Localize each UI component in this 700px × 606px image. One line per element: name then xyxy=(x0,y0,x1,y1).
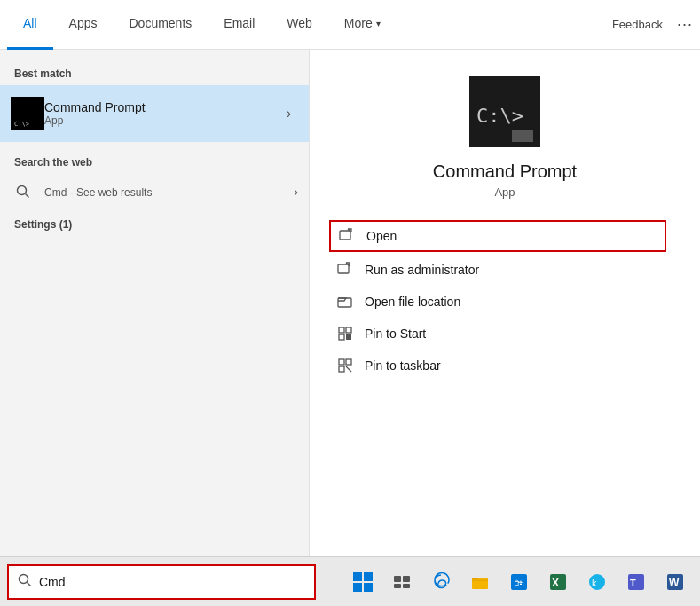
best-match-label: Best match xyxy=(0,60,309,85)
nav-right: Feedback ··· xyxy=(612,15,693,34)
search-box[interactable]: Cmd xyxy=(7,564,316,600)
svg-rect-6 xyxy=(338,264,349,273)
web-search-text: Cmd - See web results xyxy=(44,185,152,199)
pin-taskbar-label: Pin to taskbar xyxy=(365,358,441,373)
kodi-icon: k xyxy=(587,572,607,592)
best-match-item[interactable]: Command Prompt App › xyxy=(0,85,309,142)
svg-rect-11 xyxy=(339,334,344,340)
tab-all[interactable]: All xyxy=(7,0,53,50)
excel-icon: X xyxy=(548,572,568,592)
chevron-down-icon: ▾ xyxy=(376,19,381,28)
more-options-button[interactable]: ··· xyxy=(677,15,693,34)
explorer-icon xyxy=(470,572,490,592)
pin-start-action-item[interactable]: Pin to Start xyxy=(336,318,673,350)
best-match-subtitle: App xyxy=(44,114,279,127)
folder-icon xyxy=(336,293,354,311)
web-search-icon xyxy=(11,179,35,204)
web-section-label: Search the web xyxy=(0,149,309,172)
pin-start-icon xyxy=(336,325,354,342)
taskbar-windows-button[interactable] xyxy=(345,564,381,600)
task-view-icon xyxy=(392,572,412,592)
taskbar-icons: 🛍 X k T W xyxy=(345,564,700,600)
tab-apps[interactable]: Apps xyxy=(53,0,114,50)
web-search-item[interactable]: Cmd - See web results › xyxy=(0,172,309,211)
taskbar-store[interactable]: 🛍 xyxy=(501,564,537,600)
tab-more[interactable]: More ▾ xyxy=(328,0,397,50)
admin-icon xyxy=(336,261,354,279)
svg-rect-20 xyxy=(403,576,410,582)
open-action-item[interactable]: Open xyxy=(329,220,666,252)
tab-web[interactable]: Web xyxy=(271,0,328,50)
edge-icon xyxy=(431,572,451,592)
open-label: Open xyxy=(366,229,397,243)
tab-email[interactable]: Email xyxy=(208,0,271,50)
svg-rect-4 xyxy=(340,231,350,240)
svg-point-0 xyxy=(18,186,27,195)
taskbar-explorer[interactable] xyxy=(462,564,498,600)
svg-line-18 xyxy=(28,583,31,586)
pin-start-label: Pin to Start xyxy=(365,327,426,341)
search-box-text: Cmd xyxy=(39,575,66,589)
store-icon: 🛍 xyxy=(509,572,529,592)
svg-rect-14 xyxy=(346,359,351,365)
svg-line-1 xyxy=(26,194,29,198)
app-type-label: App xyxy=(494,185,515,199)
taskbar-edge[interactable] xyxy=(423,564,459,600)
svg-text:X: X xyxy=(552,577,559,589)
svg-text:C:\>: C:\> xyxy=(476,105,523,127)
svg-rect-13 xyxy=(339,359,344,365)
left-panel: Best match Command Prompt App › Search t… xyxy=(0,50,309,556)
best-match-title: Command Prompt xyxy=(44,100,279,114)
svg-rect-12 xyxy=(346,334,351,340)
run-admin-action-item[interactable]: Run as administrator xyxy=(336,254,673,286)
search-box-icon xyxy=(18,573,32,590)
svg-rect-21 xyxy=(394,584,401,588)
svg-rect-9 xyxy=(339,327,344,333)
run-admin-label: Run as administrator xyxy=(365,263,479,277)
taskbar-word[interactable]: W xyxy=(657,564,693,600)
taskbar-task-view[interactable] xyxy=(384,564,420,600)
best-match-text: Command Prompt App xyxy=(44,100,279,127)
svg-line-16 xyxy=(346,366,351,372)
feedback-button[interactable]: Feedback xyxy=(612,18,663,31)
svg-text:🛍: 🛍 xyxy=(514,578,524,588)
main-layout: Best match Command Prompt App › Search t… xyxy=(0,50,700,556)
svg-point-17 xyxy=(20,575,28,584)
app-title-large: Command Prompt xyxy=(433,161,577,182)
taskbar-teams[interactable]: T xyxy=(618,564,654,600)
best-match-arrow-icon: › xyxy=(279,98,298,129)
svg-rect-10 xyxy=(346,327,351,333)
svg-text:k: k xyxy=(592,578,597,588)
taskbar-excel[interactable]: X xyxy=(540,564,576,600)
svg-text:T: T xyxy=(630,578,636,588)
open-icon xyxy=(338,227,356,245)
word-icon: W xyxy=(665,572,685,592)
svg-rect-22 xyxy=(403,584,410,588)
taskbar: Cmd xyxy=(0,556,700,606)
web-search-arrow-icon: › xyxy=(294,185,298,199)
file-location-action-item[interactable]: Open file location xyxy=(336,286,673,318)
file-location-label: Open file location xyxy=(365,295,460,309)
svg-rect-19 xyxy=(394,576,401,582)
right-panel: C:\> Command Prompt App Open xyxy=(309,50,700,556)
tab-documents[interactable]: Documents xyxy=(113,0,208,50)
pin-taskbar-action-item[interactable]: Pin to taskbar xyxy=(336,350,673,382)
svg-text:W: W xyxy=(669,577,680,589)
top-nav: All Apps Documents Email Web More ▾ Feed… xyxy=(0,0,700,50)
svg-rect-15 xyxy=(339,366,344,372)
windows-icon xyxy=(353,572,373,592)
cmd-app-icon xyxy=(11,97,44,130)
taskbar-kodi[interactable]: k xyxy=(579,564,615,600)
app-icon-large: C:\> xyxy=(469,76,540,147)
pin-taskbar-icon xyxy=(336,357,354,374)
teams-icon: T xyxy=(626,572,646,592)
settings-section-label: Settings (1) xyxy=(0,211,309,234)
